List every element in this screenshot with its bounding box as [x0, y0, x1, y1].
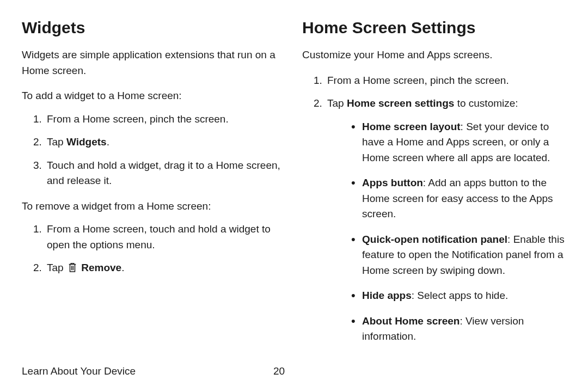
bold-text: About Home screen — [362, 315, 460, 327]
list-item: Tap Remove. — [45, 260, 286, 276]
text: . — [121, 262, 124, 273]
list-item: Apps button: Add an apps button to the H… — [350, 175, 566, 222]
left-column: Widgets Widgets are simple application e… — [22, 15, 286, 354]
list-item: Home screen layout: Set your device to h… — [350, 119, 566, 166]
trash-icon — [68, 262, 77, 273]
text: Tap — [327, 97, 347, 109]
home-settings-heading: Home Screen Settings — [302, 15, 566, 40]
footer-page-number: 20 — [273, 364, 285, 379]
text: Tap — [47, 262, 66, 273]
list-item: Hide apps: Select apps to hide. — [350, 288, 566, 304]
footer-section-title: Learn About Your Device — [22, 364, 136, 379]
bold-text: Apps button — [362, 177, 423, 188]
text: . — [107, 136, 109, 148]
list-item: About Home screen: View version informat… — [350, 314, 566, 345]
add-widget-steps: From a Home screen, pinch the screen. Ta… — [22, 112, 286, 189]
home-settings-steps: From a Home screen, pinch the screen. Ta… — [302, 73, 566, 345]
list-item: From a Home screen, touch and hold a wid… — [45, 222, 286, 253]
remove-widget-lead: To remove a widget from a Home screen: — [22, 199, 286, 215]
list-item: Quick-open notification panel: Enable th… — [350, 232, 566, 279]
bold-text: Home screen layout — [362, 121, 461, 132]
page-footer: Learn About Your Device 20 — [22, 364, 566, 379]
widgets-heading: Widgets — [22, 15, 286, 40]
bold-text: Hide apps — [362, 290, 412, 301]
list-item: Tap Home screen settings to customize: H… — [325, 96, 566, 345]
bold-text: Home screen settings — [347, 97, 454, 109]
home-settings-intro: Customize your Home and Apps screens. — [302, 47, 566, 63]
list-item: From a Home screen, pinch the screen. — [325, 73, 566, 89]
add-widget-lead: To add a widget to a Home screen: — [22, 88, 286, 104]
text: to customize: — [454, 97, 518, 109]
bold-text: Remove — [78, 262, 121, 273]
list-item: Tap Widgets. — [45, 134, 286, 150]
text: Tap — [47, 136, 66, 148]
settings-options-list: Home screen layout: Set your device to h… — [327, 119, 566, 345]
bold-text: Quick-open notification panel — [362, 234, 507, 245]
right-column: Home Screen Settings Customize your Home… — [302, 15, 566, 354]
remove-widget-steps: From a Home screen, touch and hold a wid… — [22, 222, 286, 276]
list-item: Touch and hold a widget, drag it to a Ho… — [45, 158, 286, 189]
text: : Select apps to hide. — [412, 290, 508, 301]
widgets-intro: Widgets are simple application extension… — [22, 47, 286, 78]
bold-text: Widgets — [66, 136, 107, 148]
list-item: From a Home screen, pinch the screen. — [45, 112, 286, 127]
